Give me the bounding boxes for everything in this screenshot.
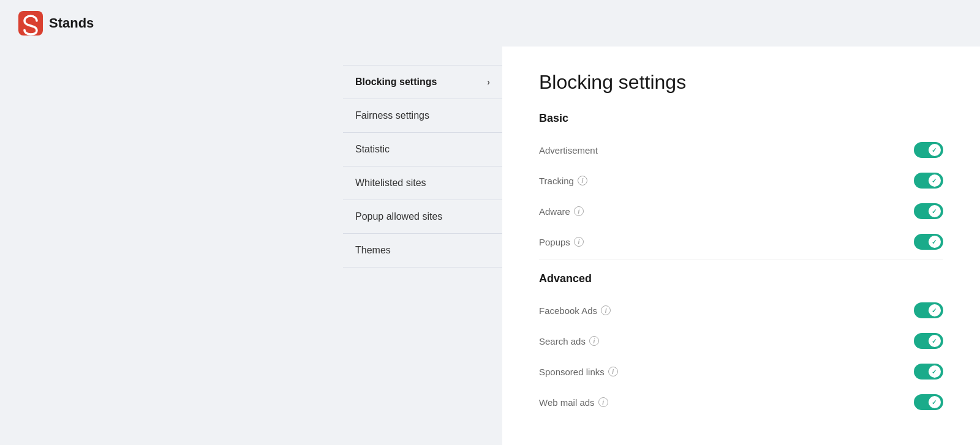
setting-label-web-mail-ads: Web mail adsi [539, 397, 608, 408]
setting-row-adware: Adwarei✓ [539, 196, 943, 226]
page-title: Blocking settings [539, 71, 943, 94]
nav-item-fairness-settings[interactable]: Fairness settings [343, 99, 502, 133]
advanced-section-title: Advanced [539, 272, 943, 285]
toggle-thumb: ✓ [929, 174, 941, 187]
toggle-thumb: ✓ [929, 365, 941, 378]
toggle-thumb: ✓ [929, 144, 941, 156]
setting-row-search-ads: Search adsi✓ [539, 326, 943, 356]
check-icon: ✓ [932, 307, 938, 313]
setting-label-text: Web mail ads [539, 397, 595, 408]
toggle-thumb: ✓ [929, 205, 941, 217]
check-icon: ✓ [932, 239, 938, 245]
nav-item-label: Fairness settings [355, 110, 429, 121]
nav-item-themes[interactable]: Themes [343, 234, 502, 267]
setting-label-text: Sponsored links [539, 367, 605, 377]
setting-label-popups: Popupsi [539, 237, 584, 247]
header: Stands [0, 0, 980, 47]
basic-settings-list: Advertisement✓Trackingi✓Adwarei✓Popupsi✓ [539, 135, 943, 257]
setting-label-text: Advertisement [539, 145, 598, 155]
setting-label-text: Facebook Ads [539, 305, 597, 316]
toggle-advertisement[interactable]: ✓ [914, 142, 943, 158]
logo-text: Stands [49, 15, 94, 31]
info-icon[interactable]: i [574, 237, 584, 247]
setting-label-advertisement: Advertisement [539, 145, 598, 155]
check-icon: ✓ [932, 399, 938, 405]
nav-item-blocking-settings[interactable]: Blocking settings› [343, 65, 502, 99]
toggle-popups[interactable]: ✓ [914, 234, 943, 250]
setting-label-search-ads: Search adsi [539, 336, 599, 346]
left-panel: Blocking settings›Fairness settingsStati… [0, 47, 502, 445]
nav-item-label: Statistic [355, 144, 390, 155]
setting-label-sponsored-links: Sponsored linksi [539, 367, 618, 377]
setting-row-facebook-ads: Facebook Adsi✓ [539, 295, 943, 326]
right-panel: Blocking settings Basic Advertisement✓Tr… [502, 47, 980, 445]
setting-label-text: Popups [539, 237, 570, 247]
check-icon: ✓ [932, 368, 938, 375]
info-icon[interactable]: i [601, 305, 611, 315]
nav-item-label: Popup allowed sites [355, 211, 442, 222]
setting-label-text: Search ads [539, 336, 586, 346]
setting-label-text: Tracking [539, 176, 574, 186]
toggle-adware[interactable]: ✓ [914, 203, 943, 219]
nav-item-statistic[interactable]: Statistic [343, 133, 502, 166]
setting-label-text: Adware [539, 206, 570, 217]
setting-label-facebook-ads: Facebook Adsi [539, 305, 611, 316]
logo-icon [18, 11, 43, 36]
advanced-settings-list: Facebook Adsi✓Search adsi✓Sponsored link… [539, 295, 943, 417]
setting-row-sponsored-links: Sponsored linksi✓ [539, 356, 943, 387]
check-icon: ✓ [932, 338, 938, 344]
info-icon[interactable]: i [578, 176, 587, 185]
info-icon[interactable]: i [598, 397, 608, 407]
setting-label-tracking: Trackingi [539, 176, 587, 186]
nav-menu: Blocking settings›Fairness settingsStati… [343, 65, 502, 267]
info-icon[interactable]: i [589, 336, 599, 346]
setting-label-adware: Adwarei [539, 206, 584, 217]
check-icon: ✓ [932, 178, 938, 184]
toggle-sponsored-links[interactable]: ✓ [914, 364, 943, 380]
main-layout: Blocking settings›Fairness settingsStati… [0, 47, 980, 445]
nav-item-label: Blocking settings [355, 77, 437, 88]
info-icon[interactable]: i [608, 367, 618, 376]
svg-rect-0 [18, 11, 43, 36]
toggle-thumb: ✓ [929, 304, 941, 316]
check-icon: ✓ [932, 208, 938, 214]
toggle-thumb: ✓ [929, 396, 941, 408]
setting-row-advertisement: Advertisement✓ [539, 135, 943, 165]
toggle-search-ads[interactable]: ✓ [914, 333, 943, 349]
nav-item-label: Themes [355, 245, 391, 256]
nav-item-label: Whitelisted sites [355, 178, 426, 189]
nav-item-whitelisted-sites[interactable]: Whitelisted sites [343, 166, 502, 200]
toggle-tracking[interactable]: ✓ [914, 173, 943, 189]
info-icon[interactable]: i [574, 206, 584, 216]
toggle-thumb: ✓ [929, 236, 941, 248]
nav-item-popup-allowed-sites[interactable]: Popup allowed sites [343, 200, 502, 234]
setting-row-tracking: Trackingi✓ [539, 165, 943, 196]
setting-row-web-mail-ads: Web mail adsi✓ [539, 387, 943, 417]
setting-row-popups: Popupsi✓ [539, 226, 943, 257]
check-icon: ✓ [932, 147, 938, 153]
toggle-facebook-ads[interactable]: ✓ [914, 302, 943, 318]
basic-section-title: Basic [539, 112, 943, 125]
toggle-web-mail-ads[interactable]: ✓ [914, 394, 943, 410]
chevron-right-icon: › [487, 77, 490, 87]
toggle-thumb: ✓ [929, 335, 941, 347]
